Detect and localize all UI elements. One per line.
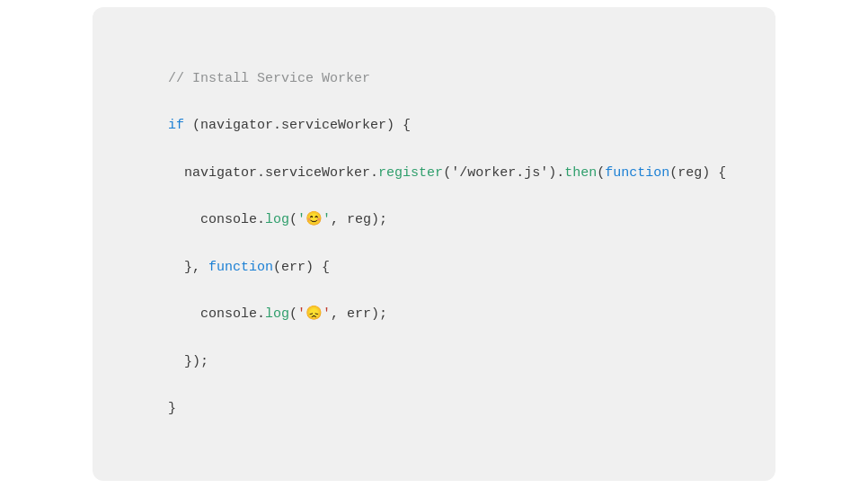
register-method: register <box>378 165 443 181</box>
indent4b <box>168 306 200 322</box>
close-if: } <box>168 401 176 416</box>
sad-emoji: '😞' <box>297 306 331 322</box>
then-method: then <box>564 165 597 181</box>
comment-line: // Install Service Worker <box>168 71 370 86</box>
navigator-obj1: navigator <box>200 118 273 133</box>
register-string: ('/worker.js') <box>443 165 556 181</box>
happy-emoji: '😊' <box>297 212 331 227</box>
code-card: // Install Service Worker if (navigator.… <box>93 7 775 480</box>
indent4 <box>168 212 200 227</box>
console-obj2: console <box>200 306 257 322</box>
indent2 <box>168 165 184 181</box>
navigator-obj2: navigator <box>184 165 257 181</box>
indent2b: }, <box>168 260 208 275</box>
log-method1: log <box>265 212 289 227</box>
if-keyword: if <box>168 118 184 133</box>
console-obj1: console <box>200 212 257 227</box>
service-worker-prop2: serviceWorker <box>265 165 370 181</box>
service-worker-prop1: serviceWorker <box>281 118 386 133</box>
function-keyword1: function <box>605 165 669 181</box>
code-block: // Install Service Worker if (navigator.… <box>136 43 732 444</box>
close-then: }); <box>168 354 208 369</box>
log-method2: log <box>265 306 289 322</box>
close-paren1: ) { <box>386 118 411 133</box>
function-keyword2: function <box>208 260 273 275</box>
open-paren: ( <box>184 118 200 133</box>
